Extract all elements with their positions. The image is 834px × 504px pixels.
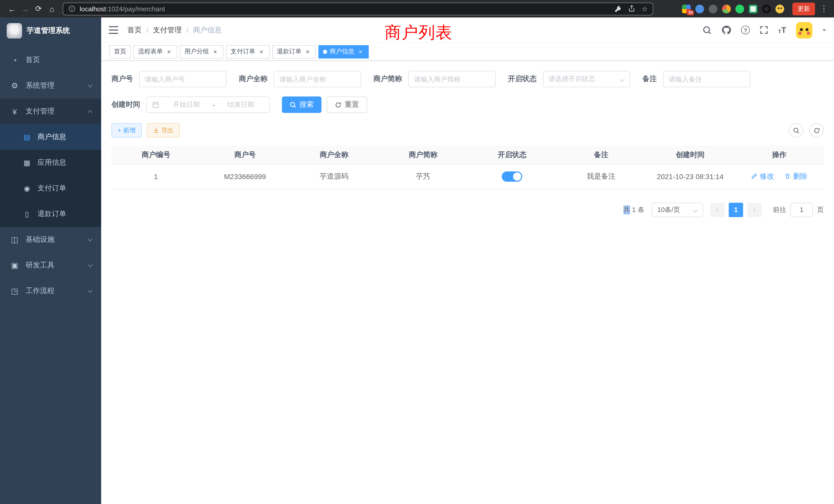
edit-link[interactable]: 修改 [751,172,774,181]
sidebar-item-infrastructure[interactable]: ◫ 基础设施 [0,227,101,253]
browser-reload-icon[interactable]: ⟳ [32,2,45,16]
prev-page-button[interactable]: ‹ [710,203,725,217]
sidebar-item-dev-tools[interactable]: ▣ 研发工具 [0,253,101,278]
avatar[interactable] [796,22,812,38]
chevron-down-icon [88,262,93,267]
sidebar-item-home[interactable]: ◔ 首页 [0,47,101,73]
breadcrumb-payment[interactable]: 支付管理 [153,25,182,35]
tab-refund-order[interactable]: 退款订单 × [272,45,316,58]
font-size-icon[interactable]: TT [778,26,786,34]
col-merchant-no: 商户号 [200,146,290,164]
dashboard-icon: ◔ [10,56,19,64]
browser-home-icon[interactable]: ⌂ [45,2,59,16]
app-logo-icon [7,23,22,39]
key-icon[interactable] [615,5,622,12]
add-button[interactable]: + 新增 [111,123,142,138]
extension-icon[interactable] [709,4,718,13]
main-content: 商户号 商户全称 商户简称 开启状态 请选择开启状态 [101,61,834,504]
breadcrumb-home[interactable]: 首页 [127,25,142,35]
download-icon [153,127,159,134]
close-icon[interactable]: × [212,48,219,55]
chevron-down-icon [620,77,625,82]
short-name-input[interactable] [408,71,496,87]
chevron-down-icon [88,83,93,88]
date-range-picker[interactable]: 开始日期 - 结束日期 [146,96,270,113]
tab-pay-order[interactable]: 支付订单 × [226,45,270,58]
extension-icon[interactable] [775,4,784,13]
full-name-input[interactable] [274,71,361,87]
tab-user-group[interactable]: 用户分组 × [180,45,223,58]
search-button[interactable]: 搜索 [282,96,322,113]
app-title: 芋道管理系统 [27,26,70,36]
breadcrumb: 首页 / 支付管理 / 商户信息 [127,25,222,35]
hamburger-icon[interactable] [109,26,118,34]
sidebar-item-refund-order[interactable]: ▯ 退款订单 [0,201,101,227]
extension-icon[interactable] [722,4,731,13]
page-size-select[interactable]: 10条/页 [652,203,703,217]
tab-home[interactable]: 首页 [109,45,131,58]
info-icon[interactable] [68,5,75,12]
refresh-table-button[interactable] [809,123,824,138]
extension-icon[interactable] [695,4,704,13]
goto-page-input[interactable] [790,203,813,217]
export-button[interactable]: 导出 [147,123,180,138]
browser-forward-icon[interactable]: → [19,2,32,16]
sidebar-item-app-info[interactable]: ▦ 应用信息 [0,150,101,176]
bookmark-star-icon[interactable]: ☆ [642,5,648,13]
chevron-down-icon[interactable] [822,29,826,33]
close-icon[interactable]: × [357,48,364,55]
next-page-button[interactable]: › [747,203,762,217]
current-page-button[interactable]: 1 [729,203,743,217]
browser-update-button[interactable]: 更新 [792,2,815,15]
short-name-label: 商户简称 [373,74,402,84]
start-date-placeholder[interactable]: 开始日期 [162,100,211,109]
github-icon[interactable] [722,25,731,35]
address-bar[interactable]: localhost:1024/pay/merchant ☆ [63,2,653,15]
table-toolbar: + 新增 导出 [111,123,824,138]
cell-create-time: 2021-10-23 08:31:14 [646,164,735,189]
tab-merchant-info[interactable]: 商户信息 × [319,45,369,58]
sidebar-item-pay-order[interactable]: ◉ 支付订单 [0,176,101,201]
sidebar-item-system[interactable]: ⚙ 系统管理 [0,73,101,98]
extension-icon[interactable] [749,4,758,13]
col-actions: 操作 [734,146,824,164]
breadcrumb-separator: / [186,26,189,34]
browser-back-icon[interactable]: ← [5,2,19,16]
sidebar-item-label: 商户信息 [38,132,66,142]
status-label: 开启状态 [508,74,537,84]
app-icon: ▦ [23,159,31,167]
status-toggle[interactable] [502,171,522,182]
breadcrumb-current: 商户信息 [193,25,222,35]
sidebar-item-label: 工作流程 [26,287,54,296]
chevron-down-icon [88,288,93,293]
help-icon[interactable]: ? [741,26,750,35]
cell-actions: 修改 删除 [734,164,824,189]
tab-process-form[interactable]: 流程表单 × [133,45,177,58]
end-date-placeholder[interactable]: 结束日期 [217,100,265,109]
sidebar-item-workflow[interactable]: ◳ 工作流程 [0,278,101,304]
browser-menu-icon[interactable]: ⋮ [820,4,828,13]
sidebar-item-payment[interactable]: ¥ 支付管理 [0,98,101,124]
merchant-no-input[interactable] [139,71,226,87]
extension-icon[interactable]: 10 [682,4,691,13]
search-icon[interactable] [703,25,712,35]
share-icon[interactable] [628,5,636,12]
status-select[interactable]: 请选择开启状态 [543,71,630,87]
close-icon[interactable]: × [258,48,265,55]
delete-link[interactable]: 删除 [785,172,808,181]
fullscreen-icon[interactable] [760,26,768,35]
sidebar-item-merchant-info[interactable]: ▤ 商户信息 [0,124,101,150]
table-row: 1 M233666999 芋道源码 芋艿 我是备注 2021-10-23 08:… [111,164,824,189]
close-icon[interactable]: × [166,48,173,55]
monitor-icon: ◫ [10,235,19,244]
extension-icon[interactable] [736,4,744,13]
reset-button[interactable]: 重置 [327,96,367,113]
browser-toolbar: ← → ⟳ ⌂ localhost:1024/pay/merchant ☆ 10 [0,0,834,18]
extension-badge: 10 [687,10,694,15]
remark-input[interactable] [663,71,750,87]
pay-order-icon: ◉ [23,184,31,192]
extension-icon[interactable] [762,4,771,13]
close-icon[interactable]: × [304,48,311,55]
sidebar-logo-row: 芋道管理系统 [0,18,101,44]
toggle-search-button[interactable] [789,123,803,138]
